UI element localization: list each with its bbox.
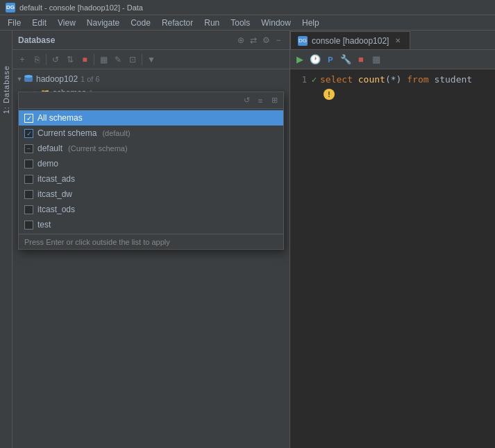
menu-navigate[interactable]: Navigate xyxy=(82,17,124,29)
edit-button[interactable]: ✎ xyxy=(111,53,125,67)
line-numbers: 1 xyxy=(290,74,311,444)
sync-button[interactable]: ⇅ xyxy=(63,53,77,67)
filter-button[interactable]: ▼ xyxy=(144,53,158,67)
console-tabs: DG console [hadoop102] ✕ xyxy=(290,31,495,50)
schema-check-itcast-ads xyxy=(24,175,33,184)
schema-item-default[interactable]: − default (Current schema) xyxy=(19,141,283,156)
refresh-button[interactable]: ↺ xyxy=(49,53,62,67)
schema-item-all[interactable]: ✓ All schemas xyxy=(19,110,283,126)
table-view-button[interactable]: ▦ xyxy=(97,53,110,67)
db-icon xyxy=(24,74,33,84)
add-button[interactable]: + xyxy=(15,53,29,67)
kw-from: from xyxy=(407,74,434,85)
schema-item-itcast-ads[interactable]: itcast_ads xyxy=(19,171,283,187)
schema-label-itcast-ads: itcast_ads xyxy=(37,174,75,184)
title-bar: DG default - console [hadoop102] - Data xyxy=(0,0,495,15)
toolbar-sep-1 xyxy=(46,54,47,65)
tree-arrow-hadoop: ▼ xyxy=(15,75,24,83)
copy-button[interactable]: ⎘ xyxy=(30,53,44,67)
schema-filter-button[interactable]: ⊞ xyxy=(268,94,280,107)
valid-check-icon: ✓ xyxy=(311,74,317,86)
schema-label-test: test xyxy=(37,220,51,230)
editor-code[interactable]: select count(*) from student xyxy=(320,74,495,86)
schema-label-itcast-dw: itcast_dw xyxy=(37,189,72,199)
console-toolbar: ▶ 🕐 P 🔧 ■ ▦ xyxy=(290,50,495,69)
schema-label-demo: demo xyxy=(37,159,58,169)
stop-button[interactable]: ■ xyxy=(354,53,368,67)
menu-refactor[interactable]: Refactor xyxy=(157,17,198,29)
settings-icon[interactable]: ⚙ xyxy=(260,35,271,46)
title-text: default - console [hadoop102] - Data xyxy=(19,3,143,12)
main-layout: 1: Database Database ⊕ ⇄ ⚙ − + ⎘ ↺ ⇅ ■ ▦… xyxy=(0,31,495,448)
menu-edit[interactable]: Edit xyxy=(27,17,51,29)
menu-help[interactable]: Help xyxy=(297,17,324,29)
minimize-icon[interactable]: − xyxy=(273,35,284,46)
menu-file[interactable]: File xyxy=(3,17,26,29)
run-button[interactable]: ▶ xyxy=(293,53,307,67)
db-panel-title: Database xyxy=(18,35,234,45)
schema-check-demo xyxy=(24,160,33,169)
sidebar-tab-label: 1: Database xyxy=(2,65,10,114)
diagram-button[interactable]: ⊡ xyxy=(126,53,140,67)
schema-sublabel-current: (default) xyxy=(102,129,130,137)
schema-list: ✓ All schemas ✓ Current schema (default)… xyxy=(19,109,283,234)
schema-sublabel-default: (Current schema) xyxy=(68,144,128,153)
schema-sort-button[interactable]: ≡ xyxy=(254,94,267,107)
schema-refresh-button[interactable]: ↺ xyxy=(240,94,253,107)
console-tab-icon: DG xyxy=(298,36,308,46)
database-panel: Database ⊕ ⇄ ⚙ − + ⎘ ↺ ⇅ ■ ▦ ✎ ⊡ ▼ ▼ xyxy=(12,31,290,448)
console-tab-close-button[interactable]: ✕ xyxy=(393,36,403,46)
menu-view[interactable]: View xyxy=(53,17,81,29)
schema-dropdown-toolbar: ↺ ≡ ⊞ xyxy=(19,92,283,109)
sidebar-tab[interactable]: 1: Database xyxy=(0,31,12,448)
schema-item-test[interactable]: test xyxy=(19,217,283,232)
schema-label-current: Current schema xyxy=(37,128,97,138)
app-icon: DG xyxy=(6,3,15,12)
toolbar-sep-3 xyxy=(142,54,142,65)
hadoop102-count: 1 of 6 xyxy=(81,75,100,83)
hint-area: ! xyxy=(311,87,495,100)
db-panel-header: Database ⊕ ⇄ ⚙ − xyxy=(12,31,290,50)
schema-check-default: − xyxy=(24,144,33,153)
tbl-student: student xyxy=(434,74,472,85)
schema-label-itcast-ods: itcast_ods xyxy=(37,205,75,214)
profile-button[interactable]: P xyxy=(324,53,337,67)
schema-check-all: ✓ xyxy=(24,114,33,123)
kw-select: select xyxy=(320,74,358,85)
schema-mapping-icon[interactable]: ⇄ xyxy=(248,35,259,46)
console-tab-label: console [hadoop102] xyxy=(312,36,389,46)
menu-tools[interactable]: Tools xyxy=(226,17,255,29)
console-tab[interactable]: DG console [hadoop102] ✕ xyxy=(290,31,410,49)
menu-code[interactable]: Code xyxy=(126,17,156,29)
schema-check-current: ✓ xyxy=(24,129,33,138)
editor-line-1: ✓ select count(*) from student xyxy=(311,74,495,86)
tree-item-hadoop102[interactable]: ▼ hadoop102 1 of 6 xyxy=(12,72,290,86)
schema-label-all: All schemas xyxy=(37,113,83,123)
schema-item-itcast-ods[interactable]: itcast_ods xyxy=(19,202,283,217)
schema-item-itcast-dw[interactable]: itcast_dw xyxy=(19,187,283,202)
schema-item-demo[interactable]: demo xyxy=(19,156,283,171)
punc-parens: (*) xyxy=(385,74,407,85)
history-button[interactable]: 🕐 xyxy=(308,53,322,67)
db-tree: ▼ hadoop102 1 of 6 ▶ 📁 schemas 1 xyxy=(12,69,290,448)
add-datasource-icon[interactable]: ⊕ xyxy=(235,35,246,46)
db-toolbar: + ⎘ ↺ ⇅ ■ ▦ ✎ ⊡ ▼ xyxy=(12,50,290,69)
editor-area: 1 ✓ select count(*) from student ! xyxy=(290,69,495,448)
schema-item-current[interactable]: ✓ Current schema (default) xyxy=(19,126,283,141)
console-panel: DG console [hadoop102] ✕ ▶ 🕐 P 🔧 ■ ▦ 1 ✓ xyxy=(290,31,495,448)
settings-button[interactable]: 🔧 xyxy=(339,53,353,67)
editor-content-area: ✓ select count(*) from student ! xyxy=(311,74,495,444)
schema-check-itcast-ods xyxy=(24,205,33,214)
schema-check-itcast-dw xyxy=(24,190,33,199)
toolbar-sep-2 xyxy=(94,54,94,65)
menu-window[interactable]: Window xyxy=(256,17,296,29)
schema-footer-text: Press Enter or click outside the list to… xyxy=(24,238,170,246)
hint-icon: ! xyxy=(324,89,335,100)
table-button[interactable]: ▦ xyxy=(369,53,383,67)
stop-button[interactable]: ■ xyxy=(78,53,92,67)
schema-footer: Press Enter or click outside the list to… xyxy=(19,234,283,249)
schema-dropdown: ↺ ≡ ⊞ ✓ All schemas ✓ Current schema xyxy=(18,92,284,250)
schema-check-test xyxy=(24,221,33,230)
hadoop102-label: hadoop102 xyxy=(36,74,78,84)
menu-run[interactable]: Run xyxy=(199,17,224,29)
